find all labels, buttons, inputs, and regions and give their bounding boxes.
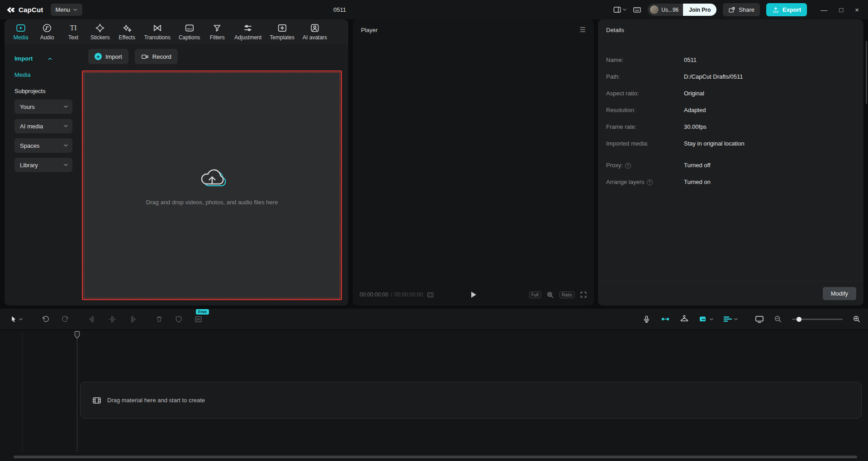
- linkage-button[interactable]: [680, 315, 689, 324]
- preview-axis-button[interactable]: [755, 315, 764, 324]
- sidebar-group-yours[interactable]: Yours: [14, 99, 72, 114]
- join-pro-button[interactable]: Join Pro: [683, 4, 716, 16]
- timecode-current: 00:00:00:00: [360, 292, 388, 298]
- text-to-speech-button[interactable]: Free: [194, 315, 203, 324]
- share-icon: [728, 6, 735, 14]
- player-menu-icon[interactable]: ☰: [580, 26, 586, 34]
- zoom-in-button[interactable]: [853, 315, 861, 323]
- delete-left-button[interactable]: [88, 315, 97, 324]
- tab-text[interactable]: TI Text: [62, 19, 85, 44]
- undo-button[interactable]: [41, 315, 50, 324]
- playhead-handle[interactable]: [74, 331, 80, 339]
- window-close-button[interactable]: ×: [855, 6, 859, 14]
- voiceover-button[interactable]: [642, 315, 651, 324]
- share-label: Share: [739, 6, 754, 13]
- details-rows: Name: 0511 Path: D:/CapCut Drafts/0511 A…: [598, 40, 863, 187]
- details-value: Original: [684, 89, 704, 98]
- window-minimize-button[interactable]: —: [821, 6, 827, 14]
- tab-label: Audio: [40, 34, 54, 41]
- ratio-button[interactable]: Ratio: [560, 292, 574, 298]
- tab-filters[interactable]: Filters: [205, 19, 229, 44]
- import-label: Import: [105, 53, 122, 60]
- tab-transitions[interactable]: Transitions: [142, 19, 173, 44]
- player-panel: Player ☰ 00:00:00:00 / 00:00:00:00 Full …: [353, 19, 594, 306]
- details-value: Adapted: [684, 106, 706, 115]
- frame-list-icon[interactable]: [427, 292, 434, 298]
- record-button[interactable]: Record: [135, 49, 178, 64]
- user-badge[interactable]: Us...96: [648, 4, 683, 16]
- app-name: CapCut: [19, 6, 43, 14]
- shortcuts-button[interactable]: [633, 5, 641, 14]
- mask-button[interactable]: [175, 315, 183, 323]
- zoom-slider-knob[interactable]: [797, 317, 802, 322]
- sidebar-section-import[interactable]: Import: [14, 55, 75, 62]
- timeline-toolbar: Free: [0, 309, 868, 329]
- zoom-fit-icon[interactable]: [546, 291, 554, 299]
- help-icon[interactable]: ?: [625, 163, 631, 169]
- timeline[interactable]: Drag material here and start to create: [0, 330, 868, 461]
- tab-stickers[interactable]: Stickers: [88, 19, 113, 44]
- tab-templates[interactable]: Templates: [267, 19, 297, 44]
- timeline-drop-strip[interactable]: Drag material here and start to create: [80, 382, 862, 419]
- speech-wave-icon: [194, 315, 203, 324]
- player-viewport: [353, 40, 594, 284]
- tab-audio[interactable]: Audio: [35, 19, 59, 44]
- help-icon[interactable]: ?: [647, 179, 653, 185]
- share-button[interactable]: Share: [723, 3, 760, 16]
- menu-label: Menu: [56, 6, 71, 13]
- vertical-scrollbar[interactable]: [866, 41, 867, 104]
- layout-toggle-button[interactable]: [613, 5, 626, 14]
- filters-icon: [212, 23, 222, 33]
- track-options-button[interactable]: [723, 315, 738, 323]
- export-icon: [772, 6, 779, 14]
- sidebar-group-library[interactable]: Library: [14, 158, 72, 172]
- captions-icon: [185, 23, 194, 33]
- import-dropzone[interactable]: Drag and drop videos, photos, and audio …: [82, 71, 342, 300]
- sidebar-group-spaces[interactable]: Spaces: [14, 138, 72, 153]
- sidebar-item-subprojects[interactable]: Subprojects: [14, 88, 75, 94]
- fullscreen-icon[interactable]: [580, 291, 587, 298]
- details-label: Name:: [606, 56, 623, 65]
- timeline-zoom-slider[interactable]: [792, 319, 843, 320]
- chevron-down-icon: [710, 318, 713, 320]
- timecode: 00:00:00:00 / 00:00:00:00: [360, 292, 423, 298]
- transitions-icon: [152, 23, 162, 33]
- tab-effects[interactable]: Effects: [115, 19, 139, 44]
- details-label: Imported media:: [606, 139, 649, 148]
- split-button[interactable]: [108, 315, 117, 324]
- timecode-total: 00:00:00:00: [394, 292, 423, 298]
- join-pro-label: Join Pro: [689, 7, 711, 13]
- window-maximize-button[interactable]: □: [839, 6, 843, 14]
- import-button[interactable]: + Import: [88, 49, 128, 64]
- select-tool-button[interactable]: [10, 315, 23, 323]
- sidebar-item-media[interactable]: Media: [14, 71, 75, 78]
- horizontal-scrollbar[interactable]: [14, 456, 857, 458]
- media-content: + Import Record Drag and drop videos, ph…: [75, 44, 348, 306]
- delete-button[interactable]: [155, 315, 163, 323]
- zoom-out-button[interactable]: [774, 315, 782, 323]
- full-quality-button[interactable]: Full: [529, 292, 541, 298]
- export-button[interactable]: Export: [766, 3, 807, 16]
- layout-icon: [613, 5, 621, 14]
- hanger-icon: [680, 315, 689, 324]
- tab-ai-avatars[interactable]: AI avatars: [300, 19, 330, 44]
- tab-captions[interactable]: Captions: [176, 19, 203, 44]
- cover-button[interactable]: [699, 315, 713, 323]
- delete-right-button[interactable]: [128, 315, 137, 324]
- tab-label: Adjustment: [234, 34, 261, 41]
- tab-label: Filters: [210, 34, 225, 41]
- sidebar-group-ai-media[interactable]: AI media: [14, 119, 72, 133]
- tab-label: Effects: [119, 34, 135, 41]
- play-button[interactable]: [470, 291, 477, 298]
- details-value: Stay in original location: [684, 139, 745, 148]
- tab-media[interactable]: Media: [9, 19, 33, 44]
- redo-button[interactable]: [61, 315, 70, 324]
- magnetic-track-button[interactable]: [661, 315, 670, 324]
- capcut-logo: CapCut: [0, 6, 51, 14]
- chevron-down-icon: [64, 125, 68, 127]
- menu-button[interactable]: Menu: [51, 4, 83, 16]
- modify-button[interactable]: Modify: [823, 287, 856, 300]
- ai-avatars-icon: [310, 23, 320, 33]
- details-row-imported-media: Imported media: Stay in original locatio…: [606, 139, 855, 148]
- tab-adjustment[interactable]: Adjustment: [232, 19, 264, 44]
